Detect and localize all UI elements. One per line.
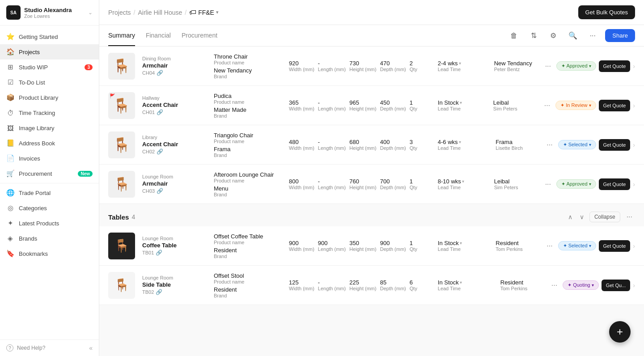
spec-length: - Length (mm) (318, 279, 346, 291)
link-icon[interactable]: 🔗 (157, 148, 163, 155)
table-row[interactable]: 🚩 🪑 Hallway Accent Chair CH01 🔗 Pudica P… (99, 86, 644, 125)
help-icon: ? (6, 344, 13, 352)
status-badge[interactable]: ✦ Quoting ▾ (563, 280, 599, 290)
sidebar-item-brands[interactable]: ◈ Brands (0, 231, 99, 246)
book-icon: 📒 (6, 139, 14, 147)
breadcrumb-project[interactable]: Airlie Hill House (138, 9, 182, 16)
sidebar-item-label: To-Do List (19, 79, 45, 86)
sidebar-item-time-tracking[interactable]: ⏱ Time Tracking (0, 105, 99, 120)
table-row[interactable]: 🪑 Lounge Room Armchair CH03 🔗 Afteroom L… (99, 165, 644, 204)
table-row[interactable]: 🪑 Lounge Room Coffee Table TB01 🔗 Offset… (99, 226, 644, 266)
share-button[interactable]: Share (605, 29, 635, 42)
status-badge[interactable]: ✦ Approved ▾ (556, 61, 596, 71)
filter-icon-button[interactable]: ⚙ (546, 29, 560, 43)
sidebar-item-invoices[interactable]: 📄 Invoices (0, 151, 99, 166)
link-icon[interactable]: 🔗 (157, 188, 163, 194)
sparkle-icon: ✦ (6, 219, 14, 227)
row-more-button[interactable]: ··· (549, 280, 560, 291)
sidebar-item-address-book[interactable]: 📒 Address Book (0, 136, 99, 151)
collapse-section-button[interactable]: Collapse (589, 212, 620, 222)
table-row[interactable]: 🪑 Lounge Room Side Table TB02 🔗 Offset S… (99, 266, 644, 305)
status-badge[interactable]: ✦ Selected ▾ (558, 140, 596, 149)
status-badge[interactable]: ✦ Selected ▾ (558, 241, 596, 250)
status-badge[interactable]: ✦ Approved ▾ (556, 179, 596, 189)
studio-name: Studio Alexandra (24, 7, 88, 13)
collapse-sidebar-icon[interactable]: « (89, 344, 93, 352)
chairs-table: 🪑 Dining Room Armchair CH04 🔗 Throne Cha… (99, 47, 644, 204)
item-main-info: Lounge Room Coffee Table TB01 🔗 (139, 236, 210, 256)
link-icon[interactable]: 🔗 (157, 70, 163, 76)
row-more-button[interactable]: ··· (542, 178, 554, 190)
item-name: Armchair (142, 180, 210, 187)
sidebar-item-label: Address Book (19, 140, 55, 147)
item-image: 🚩 🪑 (108, 92, 135, 119)
link-icon[interactable]: 🔗 (156, 250, 162, 256)
sidebar-item-product-library[interactable]: 📦 Product Library (0, 90, 99, 105)
get-quote-button[interactable]: Get Quote (599, 139, 631, 151)
brand-name: Matter Made (214, 106, 285, 113)
spec-width: 800 Width (mm) (289, 178, 314, 190)
row-expand-icon[interactable]: › (633, 242, 635, 250)
invoice-icon: 📄 (6, 154, 14, 162)
status-badge[interactable]: ✦ In Review ▾ (555, 101, 596, 110)
sidebar-item-procurement[interactable]: 🛒 Procurement New (0, 166, 99, 181)
table-row[interactable]: 🪑 Library Accent Chair CH02 🔗 Triangolo … (99, 125, 644, 165)
globe-icon: 🌐 (6, 189, 14, 197)
need-help-button[interactable]: ? Need Help? « (0, 339, 99, 356)
brand-label: Brand (214, 293, 285, 298)
tab-summary[interactable]: Summary (108, 25, 135, 46)
search-icon-button[interactable]: 🔍 (566, 29, 580, 43)
sidebar-item-label: Latest Products (19, 220, 59, 227)
breadcrumb-ffe[interactable]: 🏷 FF&E ▾ (189, 8, 219, 17)
sidebar-item-trade-portal[interactable]: 🌐 Trade Portal (0, 185, 99, 200)
item-code: TB02 🔗 (142, 289, 210, 295)
link-icon[interactable]: 🔗 (157, 109, 163, 115)
trash-icon-button[interactable]: 🗑 (507, 29, 521, 43)
sidebar-item-todo[interactable]: ☑ To-Do List (0, 75, 99, 90)
row-more-button[interactable]: ··· (542, 60, 554, 72)
bulk-quotes-button[interactable]: Get Bulk Quotes (578, 5, 635, 19)
spec-height: 350 Height (mm) (349, 240, 377, 252)
item-specs: 365 Width (mm) - Length (mm) 965 Height … (289, 99, 490, 111)
link-icon[interactable]: 🔗 (156, 289, 162, 295)
sidebar-item-categories[interactable]: ◎ Categories (0, 200, 99, 216)
breadcrumb-sep-1: / (134, 9, 136, 16)
breadcrumb-projects[interactable]: Projects (108, 9, 131, 16)
item-main-info: Lounge Room Side Table TB02 🔗 (139, 275, 210, 295)
need-help-label: Need Help? (17, 345, 45, 351)
tab-procurement[interactable]: Procurement (182, 25, 217, 46)
get-quote-button[interactable]: Get Quote (599, 178, 631, 190)
item-name: Side Table (142, 281, 210, 288)
row-more-button[interactable]: ··· (544, 240, 555, 252)
more-icon-button[interactable]: ··· (585, 29, 600, 43)
fab-add-button[interactable]: + (609, 321, 631, 343)
section-chevron-down[interactable]: ∨ (578, 212, 586, 222)
row-expand-icon[interactable]: › (633, 181, 635, 188)
sidebar-item-getting-started[interactable]: ⭐ Getting Started (0, 29, 99, 44)
get-quote-button[interactable]: Get Quote (599, 100, 631, 111)
get-quote-button[interactable]: Get Qu... (602, 280, 631, 291)
sidebar-item-label: Invoices (19, 155, 40, 162)
sort-icon-button[interactable]: ⇅ (526, 29, 541, 43)
sidebar-item-bookmarks[interactable]: 🔖 Bookmarks (0, 246, 99, 261)
sidebar-item-latest-products[interactable]: ✦ Latest Products (0, 216, 99, 231)
section-chevron-up[interactable]: ∧ (566, 212, 574, 222)
row-expand-icon[interactable]: › (633, 63, 635, 70)
row-expand-icon[interactable]: › (633, 282, 635, 289)
row-expand-icon[interactable]: › (633, 141, 635, 148)
item-actions: ··· ✦ Approved ▾ Get Quote › (542, 60, 635, 72)
table-row[interactable]: 🪑 Dining Room Armchair CH04 🔗 Throne Cha… (99, 47, 644, 86)
row-more-button[interactable]: ··· (542, 100, 553, 111)
sidebar-item-studio-wip[interactable]: ⊞ Studio WIP 3 (0, 59, 99, 75)
row-expand-icon[interactable]: › (633, 102, 635, 109)
row-more-button[interactable]: ··· (544, 139, 555, 151)
product-name: Afteroom Lounge Chair (214, 171, 285, 178)
get-quote-button[interactable]: Get Quote (599, 60, 631, 72)
get-quote-button[interactable]: Get Quote (599, 240, 631, 252)
sidebar-item-projects[interactable]: 🏠 Projects (0, 44, 99, 59)
section-more-button[interactable]: ··· (624, 211, 635, 223)
sidebar-item-image-library[interactable]: 🖼 Image Library (0, 120, 99, 136)
studio-header[interactable]: SA Studio Alexandra Zoe Lowres ⌄ (0, 0, 99, 25)
spec-depth: 400 Depth (mm) (380, 139, 406, 151)
tab-financial[interactable]: Financial (146, 25, 171, 46)
